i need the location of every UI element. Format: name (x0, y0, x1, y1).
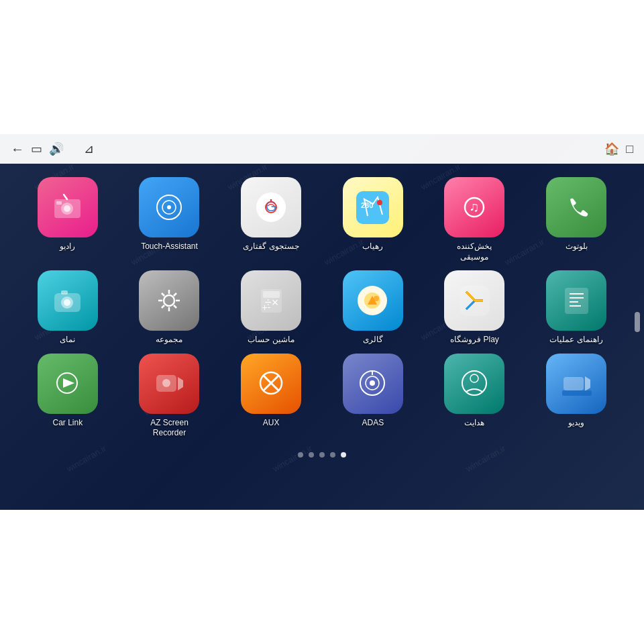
svg-line-27 (174, 305, 176, 308)
app-label-video: ویدیو (568, 418, 584, 429)
svg-point-14 (377, 200, 382, 205)
page-dot-4[interactable] (341, 452, 346, 458)
svg-text:280: 280 (361, 201, 373, 209)
svg-point-19 (64, 299, 70, 306)
app-label-music: پخش‌کننده موسیقی (444, 241, 504, 262)
page-indicators (0, 445, 644, 462)
svg-rect-59 (562, 390, 592, 396)
page-dot-1[interactable] (309, 452, 314, 458)
app-label-adas: ADAS (362, 418, 384, 429)
app-icon-music: ♫ (444, 177, 504, 237)
app-item-calculator[interactable]: ÷×+-ماشین حساب (223, 270, 319, 345)
svg-text:+-: +- (262, 302, 270, 313)
status-left: ← ▭ 🔊 ⊿ (11, 142, 94, 157)
recent-apps-icon[interactable]: ▭ (31, 142, 42, 156)
app-item-touch-assistant[interactable]: Touch-Assistant (122, 177, 217, 262)
app-label-radio: رادیو (60, 241, 75, 252)
app-item-music[interactable]: ♫پخش‌کننده موسیقی (427, 177, 523, 262)
volume-icon: 🔊 (49, 142, 64, 156)
app-item-radio[interactable]: رادیو (20, 177, 115, 262)
svg-point-53 (370, 380, 375, 386)
app-icon-voice-search: G (241, 177, 301, 237)
app-icon-gallery (343, 270, 403, 331)
app-label-az-recorder: AZ Screen Recorder (139, 418, 199, 439)
status-right: 🏠 □ (604, 142, 633, 156)
app-item-playstore[interactable]: فروشگاه Play (427, 270, 523, 345)
app-item-aux[interactable]: AUX (223, 354, 319, 439)
app-icon-video (546, 354, 606, 414)
app-label-touch-assistant: Touch-Assistant (141, 241, 198, 252)
app-item-guidance[interactable]: هدایت (427, 354, 523, 439)
app-item-video[interactable]: ویدیو (529, 354, 624, 439)
svg-rect-57 (564, 377, 584, 390)
app-icon-playstore (444, 270, 504, 331)
app-icon-carlink (38, 354, 98, 414)
app-icon-guide (546, 270, 606, 331)
page-dot-0[interactable] (298, 452, 303, 458)
app-icon-calculator: ÷×+- (241, 270, 301, 331)
app-item-camera[interactable]: نمای (20, 270, 115, 345)
app-label-settings: مجموعه (156, 335, 182, 345)
svg-point-2 (64, 205, 70, 212)
home-icon[interactable]: 🏠 (604, 142, 619, 156)
app-icon-camera (38, 270, 98, 331)
svg-rect-3 (56, 201, 62, 205)
app-icon-radio (38, 177, 98, 237)
svg-line-4 (64, 195, 67, 199)
back-button[interactable]: ← (11, 142, 24, 157)
status-bar: ← ▭ 🔊 ⊿ 🏠 □ (0, 134, 644, 164)
app-icon-settings (139, 270, 199, 331)
svg-rect-38 (565, 288, 588, 314)
app-grid-container: رادیوTouch-AssistantGجستجوی گفتاری280رهی… (0, 164, 644, 445)
svg-point-56 (470, 374, 478, 382)
app-item-adas[interactable]: ADAS (325, 354, 421, 439)
top-margin (0, 0, 644, 134)
app-item-gallery[interactable]: گالری (325, 270, 421, 345)
app-label-gallery: گالری (363, 335, 383, 345)
window-icon[interactable]: □ (626, 142, 633, 156)
svg-marker-44 (63, 378, 74, 388)
scroll-indicator (635, 312, 640, 332)
page-dot-2[interactable] (319, 452, 325, 458)
app-label-guide: راهنمای عملیات (549, 335, 602, 345)
app-item-az-recorder[interactable]: AZ Screen Recorder (122, 354, 217, 439)
app-item-maps[interactable]: 280رهیاب (325, 177, 421, 262)
app-label-voice-search: جستجوی گفتاری (243, 241, 299, 252)
svg-text:♫: ♫ (469, 199, 479, 214)
app-item-settings[interactable]: مجموعه (122, 270, 217, 345)
app-item-carlink[interactable]: Car Link (20, 354, 115, 439)
svg-marker-46 (178, 377, 183, 390)
svg-point-47 (162, 379, 170, 387)
app-icon-maps: 280 (343, 177, 403, 237)
svg-line-29 (162, 305, 164, 308)
app-icon-guidance (444, 354, 504, 414)
svg-line-28 (174, 293, 176, 296)
bottom-margin (0, 510, 644, 644)
app-label-calculator: ماشین حساب (248, 335, 294, 345)
app-icon-phone (546, 177, 606, 237)
svg-point-7 (167, 205, 171, 209)
app-label-aux: AUX (263, 418, 280, 429)
app-label-camera: نمای (60, 335, 75, 345)
app-icon-az-recorder (139, 354, 199, 414)
wifi-icon: ⊿ (84, 142, 94, 156)
app-label-carlink: Car Link (52, 418, 83, 429)
app-item-guide[interactable]: راهنمای عملیات (529, 270, 624, 345)
app-item-phone[interactable]: بلوتوث (529, 177, 624, 262)
app-item-voice-search[interactable]: Gجستجوی گفتاری (223, 177, 319, 262)
app-grid: رادیوTouch-AssistantGجستجوی گفتاری280رهی… (20, 177, 624, 439)
device-screen: wincairan.ir wincairan.ir wincairan.ir w… (0, 134, 644, 510)
app-label-maps: رهیاب (362, 241, 383, 252)
svg-line-26 (162, 293, 164, 296)
app-icon-touch-assistant (139, 177, 199, 237)
svg-point-21 (164, 295, 174, 306)
svg-marker-58 (585, 376, 590, 391)
outer-container: wincairan.ir wincairan.ir wincairan.ir w… (0, 0, 644, 644)
svg-rect-20 (61, 290, 68, 294)
svg-point-36 (374, 296, 379, 301)
page-dot-3[interactable] (330, 452, 335, 458)
app-icon-aux (241, 354, 301, 414)
app-icon-adas (343, 354, 403, 414)
app-label-playstore: فروشگاه Play (450, 335, 499, 345)
app-label-phone: بلوتوث (566, 241, 588, 252)
